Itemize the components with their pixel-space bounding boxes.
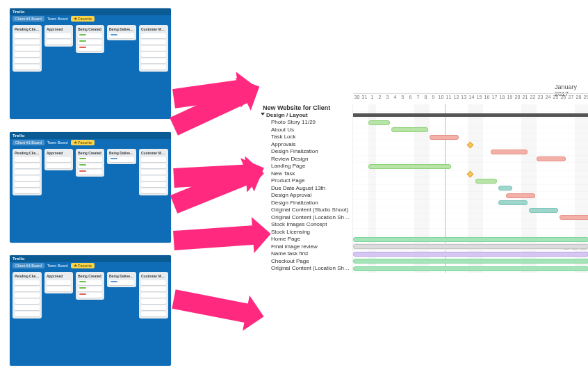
star-button[interactable]: ★ Favorite bbox=[71, 16, 95, 22]
card[interactable] bbox=[78, 170, 102, 175]
list-column[interactable]: Being Created bbox=[76, 25, 104, 53]
card[interactable] bbox=[47, 33, 71, 38]
card[interactable] bbox=[15, 163, 40, 168]
card[interactable] bbox=[109, 280, 134, 285]
card[interactable] bbox=[141, 280, 166, 285]
task-label[interactable]: Approvals bbox=[261, 141, 352, 149]
card[interactable] bbox=[15, 46, 40, 51]
milestone-diamond[interactable] bbox=[467, 141, 474, 148]
board-name[interactable]: Client #1 Board bbox=[13, 263, 44, 268]
card[interactable] bbox=[78, 33, 102, 38]
card[interactable] bbox=[15, 188, 40, 193]
list-column[interactable]: Being Delivered bbox=[107, 272, 136, 287]
card[interactable] bbox=[15, 312, 40, 316]
list-column[interactable]: Customer Meetings bbox=[139, 272, 168, 318]
task-label[interactable]: Design Finalization bbox=[261, 200, 352, 207]
list-column[interactable]: Being Delivered bbox=[107, 149, 136, 164]
card[interactable] bbox=[15, 65, 40, 70]
board-name[interactable]: Client #1 Board bbox=[13, 140, 44, 145]
task-bar[interactable] bbox=[353, 259, 588, 264]
task-label[interactable]: Product Page bbox=[261, 177, 352, 185]
card[interactable] bbox=[141, 163, 166, 168]
card[interactable] bbox=[47, 157, 71, 162]
card[interactable] bbox=[78, 293, 102, 298]
task-label[interactable]: New Task bbox=[261, 170, 352, 178]
task-bar[interactable] bbox=[498, 200, 528, 205]
card[interactable] bbox=[78, 46, 102, 51]
card[interactable] bbox=[141, 52, 166, 57]
list-column[interactable]: Pending Client Approval bbox=[13, 149, 42, 195]
group-label[interactable]: Design / Layout bbox=[261, 112, 352, 120]
task-bar[interactable] bbox=[537, 156, 566, 161]
task-label[interactable]: Checkout Page bbox=[261, 258, 352, 266]
task-bar[interactable] bbox=[391, 127, 428, 132]
card[interactable] bbox=[141, 157, 166, 162]
task-label[interactable]: Stock Images Concept bbox=[261, 221, 352, 229]
card[interactable] bbox=[15, 305, 40, 310]
list-column[interactable]: Pending Client Approval bbox=[13, 272, 42, 318]
task-label[interactable]: Task Lock bbox=[261, 134, 352, 141]
task-label[interactable]: Due Date August 13th bbox=[261, 185, 352, 193]
card[interactable] bbox=[141, 305, 166, 310]
card[interactable] bbox=[141, 58, 166, 63]
card[interactable] bbox=[15, 33, 40, 38]
card[interactable] bbox=[15, 58, 40, 63]
card[interactable] bbox=[15, 182, 40, 187]
task-label[interactable]: Landing Page bbox=[261, 163, 352, 170]
card[interactable] bbox=[141, 293, 166, 298]
task-label[interactable]: Home Page bbox=[261, 236, 352, 243]
card[interactable] bbox=[15, 52, 40, 57]
card[interactable] bbox=[78, 157, 102, 162]
card[interactable] bbox=[78, 40, 102, 45]
task-label[interactable]: Original Content (Studio Shoot) bbox=[261, 207, 352, 214]
card[interactable] bbox=[109, 157, 134, 162]
star-button[interactable]: ★ Favorite bbox=[71, 263, 95, 268]
card[interactable] bbox=[141, 287, 166, 291]
task-label[interactable]: Name task first bbox=[261, 250, 352, 258]
task-bar[interactable] bbox=[368, 120, 390, 125]
task-bar[interactable] bbox=[353, 244, 588, 249]
milestone-diamond[interactable] bbox=[467, 170, 474, 177]
task-label[interactable]: About Us bbox=[261, 127, 352, 134]
task-bar[interactable] bbox=[529, 208, 558, 213]
task-bar[interactable] bbox=[353, 237, 588, 242]
task-label[interactable]: Design Finalization bbox=[261, 148, 352, 156]
card[interactable] bbox=[78, 163, 102, 168]
task-bar[interactable] bbox=[353, 252, 588, 257]
task-label[interactable]: Original Content (Location Shoot) bbox=[261, 214, 352, 222]
card[interactable] bbox=[141, 33, 166, 38]
card[interactable] bbox=[15, 176, 40, 181]
card[interactable] bbox=[15, 157, 40, 162]
card[interactable] bbox=[141, 176, 166, 181]
list-column[interactable]: Being Delivered bbox=[107, 25, 136, 40]
card[interactable] bbox=[47, 40, 71, 45]
card[interactable] bbox=[15, 293, 40, 298]
card[interactable] bbox=[47, 280, 71, 285]
card[interactable] bbox=[141, 188, 166, 193]
task-label[interactable]: Review Design bbox=[261, 156, 352, 163]
task-label[interactable]: Stock Licensing bbox=[261, 229, 352, 236]
card[interactable] bbox=[15, 170, 40, 175]
star-button[interactable]: ★ Favorite bbox=[71, 140, 95, 145]
chevron-down-icon[interactable] bbox=[261, 113, 265, 115]
list-column[interactable]: Approved bbox=[44, 25, 73, 47]
card[interactable] bbox=[141, 312, 166, 316]
task-bar[interactable] bbox=[430, 135, 459, 140]
list-column[interactable]: Pending Client Approval bbox=[13, 25, 42, 72]
task-label[interactable]: Design Approval bbox=[261, 192, 352, 200]
card[interactable] bbox=[141, 46, 166, 51]
list-column[interactable]: Approved bbox=[44, 272, 73, 293]
task-bar[interactable] bbox=[353, 266, 588, 271]
card[interactable] bbox=[47, 163, 71, 168]
list-column[interactable]: Being Created bbox=[76, 149, 104, 177]
card[interactable] bbox=[47, 287, 71, 291]
task-bar[interactable] bbox=[506, 193, 535, 198]
task-label[interactable]: Final image review bbox=[261, 243, 352, 251]
list-column[interactable]: Approved bbox=[44, 149, 73, 170]
board-name[interactable]: Client #1 Board bbox=[13, 16, 44, 22]
task-label[interactable]: Photo Story 11/29 bbox=[261, 119, 352, 127]
card[interactable] bbox=[141, 65, 166, 70]
task-bar[interactable] bbox=[491, 150, 528, 154]
list-column[interactable]: Customer Meetings bbox=[139, 149, 168, 195]
card[interactable] bbox=[15, 299, 40, 304]
